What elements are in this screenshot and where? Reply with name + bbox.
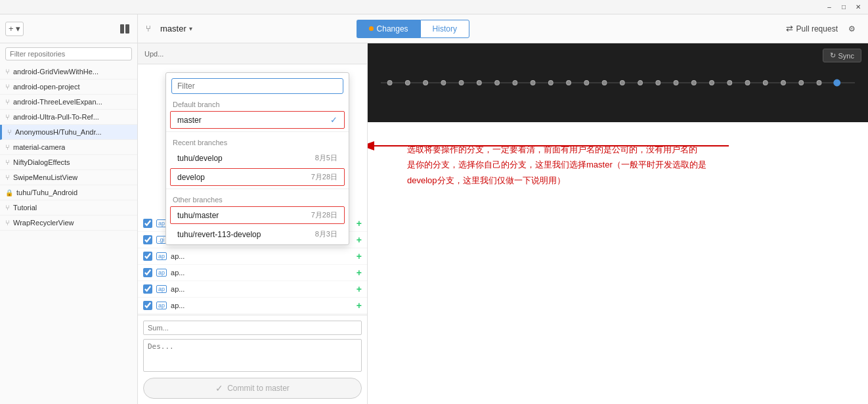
- file-checkbox[interactable]: [143, 284, 152, 294]
- add-icon[interactable]: +: [357, 284, 362, 294]
- svg-rect-0: [120, 24, 124, 34]
- svg-point-4: [405, 81, 410, 85]
- svg-point-10: [513, 81, 517, 85]
- repo-item[interactable]: ⑂ WrapRecyclerView: [0, 215, 137, 231]
- app-body: + ▾ ⑂ android-GridViewWithHe... ⑂ androi…: [0, 14, 868, 404]
- file-name: ap...: [171, 269, 353, 277]
- other-branches-label: Other branches: [166, 192, 349, 205]
- branch-item-tuhu-develop[interactable]: tuhu/develop 8月5日: [170, 149, 345, 167]
- repo-fork-icon: ⑂: [5, 83, 10, 91]
- default-branch-label: Default branch: [166, 97, 349, 110]
- svg-point-6: [441, 81, 446, 85]
- branch-date: 7月28日: [311, 172, 337, 182]
- maximize-button[interactable]: □: [836, 0, 851, 14]
- settings-button[interactable]: ⚙: [844, 21, 860, 37]
- repo-item[interactable]: ⑂ android-Ultra-Pull-To-Ref...: [0, 110, 137, 125]
- settings-gear-icon: ⚙: [848, 24, 856, 34]
- repo-fork-icon: ⑂: [7, 128, 12, 136]
- tab-changes-button[interactable]: Changes: [357, 20, 420, 38]
- file-checkbox[interactable]: [143, 219, 152, 228]
- branch-name-master: master: [177, 116, 326, 125]
- annotation-area: 选取将要操作的分支，一定要看清，前面有用户名的是公司的，没有用户名的 是你的分支…: [368, 122, 868, 201]
- repo-item[interactable]: ⑂ NiftyDialogEffects: [0, 155, 137, 170]
- sync-icon: ↻: [830, 51, 836, 60]
- repo-item-active[interactable]: ⑂ AnonymousH/Tuhu_Andr...: [0, 125, 137, 140]
- svg-point-9: [495, 81, 500, 85]
- add-icon[interactable]: +: [357, 251, 362, 261]
- svg-point-8: [477, 81, 481, 85]
- branch-filter-input[interactable]: [171, 78, 343, 94]
- repo-fork-icon: ⑂: [5, 98, 10, 106]
- add-icon[interactable]: +: [357, 235, 362, 245]
- add-icon[interactable]: +: [357, 218, 362, 229]
- file-row: ap ap... +: [138, 265, 367, 281]
- changes-dot: [369, 26, 374, 31]
- branch-item-master[interactable]: master ✓: [170, 111, 345, 129]
- check-circle-icon: ✓: [215, 383, 223, 393]
- right-panel: ↻ Sync: [368, 43, 868, 404]
- sidebar-toolbar: + ▾: [0, 14, 137, 43]
- status-badge: ap: [156, 302, 167, 309]
- sidebar: + ▾ ⑂ android-GridViewWithHe... ⑂ androi…: [0, 14, 138, 404]
- status-badge: ap: [156, 269, 167, 277]
- branch-name: tuhu/revert-113-develop: [177, 230, 315, 239]
- svg-point-14: [584, 81, 589, 85]
- file-checkbox[interactable]: [143, 235, 152, 244]
- file-name: ap...: [171, 285, 353, 293]
- repo-item[interactable]: ⑂ android-GridViewWithHe...: [0, 64, 137, 79]
- add-repo-button[interactable]: + ▾: [5, 22, 24, 36]
- main-panel: ⑂ master ▾ Changes History ⇄ Pul: [138, 14, 868, 404]
- pull-request-button[interactable]: ⇄ Pull request: [786, 24, 838, 34]
- add-icon[interactable]: +: [357, 300, 362, 311]
- repo-name: material-camera: [13, 143, 65, 151]
- file-checkbox[interactable]: [143, 252, 152, 261]
- lock-icon: 🔒: [5, 189, 13, 196]
- repo-item[interactable]: 🔒 tuhu/Tuhu_Android: [0, 185, 137, 200]
- sync-label: Sync: [838, 52, 854, 60]
- summary-input[interactable]: [143, 321, 362, 335]
- file-checkbox[interactable]: [143, 301, 152, 310]
- svg-point-28: [834, 79, 840, 86]
- sync-button[interactable]: ↻ Sync: [823, 49, 861, 62]
- branch-selector-button[interactable]: master ▾: [158, 22, 195, 35]
- file-row: ap ap... +: [138, 281, 367, 298]
- filter-repos-input[interactable]: [5, 47, 132, 60]
- update-label: Upd...: [144, 50, 163, 58]
- close-button[interactable]: ✕: [851, 0, 865, 14]
- svg-point-12: [548, 81, 553, 85]
- tab-group: Changes History: [357, 20, 469, 38]
- commit-button[interactable]: ✓ Commit to master: [143, 378, 362, 399]
- repo-item[interactable]: ⑂ material-camera: [0, 140, 137, 155]
- commit-form: ✓ Commit to master: [138, 315, 367, 404]
- repo-item[interactable]: ⑂ android-ThreeLevelExpan...: [0, 95, 137, 110]
- minimize-button[interactable]: –: [822, 0, 836, 14]
- branch-item-revert[interactable]: tuhu/revert-113-develop 8月3日: [170, 225, 345, 243]
- tab-history-button[interactable]: History: [420, 20, 469, 38]
- repo-fork-icon: ⑂: [5, 219, 10, 227]
- branch-item-tuhu-master[interactable]: tuhu/master 7月28日: [170, 206, 345, 224]
- svg-point-20: [691, 81, 696, 85]
- svg-point-13: [567, 81, 571, 85]
- branch-name: develop: [177, 173, 311, 182]
- recent-branches-label: Recent branches: [166, 135, 349, 148]
- content-row: Upd... Default branch master ✓ R: [138, 43, 868, 404]
- svg-point-5: [423, 81, 428, 85]
- file-checkbox[interactable]: [143, 268, 152, 277]
- repo-item[interactable]: ⑂ android-open-project: [0, 79, 137, 95]
- tab-history-label: History: [433, 24, 457, 34]
- description-input[interactable]: [143, 339, 362, 372]
- branch-name-label: master: [160, 24, 186, 34]
- repo-item[interactable]: ⑂ SwipeMenuListView: [0, 170, 137, 185]
- svg-point-21: [710, 81, 714, 85]
- repo-name: android-ThreeLevelExpan...: [13, 98, 102, 106]
- add-icon[interactable]: +: [357, 267, 362, 278]
- repo-name: android-Ultra-Pull-To-Ref...: [13, 113, 99, 121]
- svg-point-19: [674, 81, 678, 85]
- sidebar-toggle-button[interactable]: [118, 22, 132, 36]
- branch-item-develop[interactable]: develop 7月28日: [170, 168, 345, 186]
- svg-point-22: [727, 81, 732, 85]
- svg-point-17: [638, 81, 643, 85]
- repo-item[interactable]: ⑂ Tutorial: [0, 200, 137, 215]
- repo-name: AnonymousH/Tuhu_Andr...: [15, 128, 102, 136]
- file-name: ap...: [171, 302, 353, 309]
